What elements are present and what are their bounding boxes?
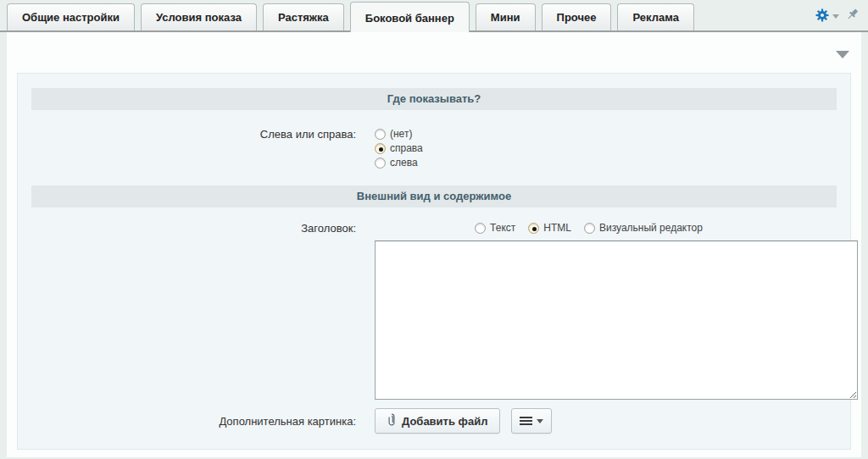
radio-option-left[interactable]: слева <box>375 156 837 169</box>
tab-ads[interactable]: Реклама <box>617 3 693 30</box>
side-radio-group: (нет) справа слева <box>375 127 837 170</box>
tab-bar: Общие настройки Условия показа Растяжка … <box>0 0 868 32</box>
tab-other[interactable]: Прочее <box>542 3 612 30</box>
radio-icon[interactable] <box>375 129 386 140</box>
section-header-where: Где показывать? <box>31 88 837 110</box>
radio-option-label: слева <box>390 157 418 169</box>
radio-mode-text[interactable]: Текст <box>475 221 515 235</box>
radio-option-label: (нет) <box>390 128 412 140</box>
radio-option-none[interactable]: (нет) <box>375 127 837 141</box>
tab-stretch[interactable]: Растяжка <box>263 3 344 30</box>
radio-option-right[interactable]: справа <box>375 141 837 155</box>
editor-mode-radio-group: Текст HTML Визуальный редактор <box>375 221 837 235</box>
settings-gear-dropdown[interactable] <box>815 8 839 25</box>
chevron-down-icon[interactable] <box>832 14 839 19</box>
title-field-label: Заголовок: <box>31 221 375 235</box>
radio-option-label: Текст <box>490 222 515 234</box>
collapse-panel-icon[interactable] <box>836 51 849 58</box>
add-file-button[interactable]: Добавить файл <box>375 408 500 434</box>
pin-icon[interactable] <box>845 8 860 25</box>
side-field-label: Слева или справа: <box>31 127 375 141</box>
tab-display-conditions[interactable]: Условия показа <box>141 3 257 30</box>
radio-icon[interactable] <box>375 143 386 154</box>
radio-icon[interactable] <box>375 158 386 169</box>
tab-content-panel: Где показывать? Слева или справа: (нет) … <box>7 32 861 457</box>
paperclip-icon <box>387 413 396 429</box>
hamburger-menu-icon <box>520 417 532 425</box>
chevron-down-icon <box>537 419 543 423</box>
title-html-editor-textarea[interactable] <box>375 241 858 400</box>
radio-icon[interactable] <box>528 223 539 234</box>
add-file-button-label: Добавить файл <box>402 415 487 428</box>
tab-mini[interactable]: Мини <box>476 3 536 30</box>
extra-image-field-label: Дополнительная картинка: <box>31 414 375 429</box>
banner-settings-form: Где показывать? Слева или справа: (нет) … <box>17 73 851 450</box>
gear-icon[interactable] <box>815 8 829 25</box>
radio-option-label: HTML <box>543 222 571 234</box>
tab-side-banner[interactable]: Боковой баннер <box>350 2 470 32</box>
radio-option-label: справа <box>390 142 423 154</box>
radio-icon[interactable] <box>475 223 486 234</box>
radio-mode-visual-editor[interactable]: Визуальный редактор <box>584 221 703 235</box>
radio-mode-html[interactable]: HTML <box>528 221 571 235</box>
radio-option-label: Визуальный редактор <box>599 222 703 234</box>
radio-icon[interactable] <box>584 223 595 234</box>
section-header-appearance: Внешний вид и содержимое <box>31 185 837 207</box>
image-options-menu-button[interactable] <box>511 408 552 434</box>
tab-general-settings[interactable]: Общие настройки <box>7 3 135 30</box>
